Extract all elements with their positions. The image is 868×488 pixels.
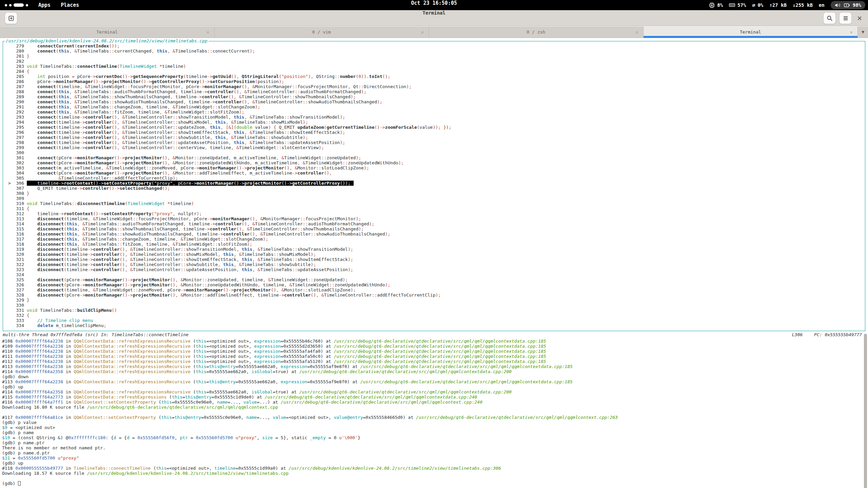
source-line: 310 void TimelineTabs::disconnectTimelin… (8, 201, 864, 206)
source-line: 309 (8, 196, 864, 201)
console-line: #116 0x00007ffff64a7ff1 in QQmlContext::… (2, 400, 867, 405)
line-number: 311 (8, 206, 27, 211)
cpu-icon (709, 2, 715, 8)
source-line: 314 disconnect(this, &TimelineTabs::audi… (8, 221, 864, 226)
memory-usage[interactable]: 57% (729, 2, 746, 8)
console-line: Downloading 18.57 K source file /usr/src… (2, 471, 867, 476)
source-pane: /usr/src/debug/kdenlive/kdenlive-24.08.2… (3, 41, 865, 331)
scrollbar-thumb[interactable] (864, 334, 867, 488)
line-number: 280 (8, 48, 27, 54)
source-line: 280 connect(this, &TimelineTabs::current… (8, 48, 864, 54)
line-number: 296 (8, 130, 27, 135)
console-line: (gdb) p name (2, 430, 867, 435)
line-number: 308 (8, 191, 27, 196)
console-line: There is no member or method named ptr. (2, 445, 867, 450)
net-download[interactable]: ↓255 kB (793, 2, 813, 8)
tab-label: Terminal (740, 29, 761, 35)
status-line-number: L306 (792, 332, 803, 337)
line-number: 319 (8, 247, 27, 252)
keyboard-layout-indicator[interactable]: en (819, 2, 825, 8)
line-number: 303 (8, 165, 27, 170)
terminal-screen[interactable]: /usr/src/debug/kdenlive/kdenlive-24.08.2… (0, 38, 868, 488)
source-line: 333 // Timeline clip menu (8, 318, 864, 323)
menu-button[interactable] (839, 12, 852, 24)
source-line: 307 Q_EMIT timeline->controller()->selec… (8, 186, 864, 191)
line-number: 327 (8, 287, 27, 292)
source-line: 286 pCore->monitorManager()->projectMoni… (8, 79, 864, 84)
source-line: 308 } (8, 191, 864, 196)
console-line: #118 0x0000555555b49777 in TimelineTabs:… (2, 466, 867, 471)
gdb-prompt[interactable]: (gdb) (2, 481, 867, 486)
line-number: 310 (8, 201, 27, 206)
line-number: 290 (8, 99, 27, 104)
swap-icon: ⇄ (752, 2, 755, 8)
clock[interactable]: Oct 23 16:50:05 (411, 0, 457, 6)
source-line: 320 disconnect(timeline->controller(), &… (8, 252, 864, 257)
tab-bar: Terminal×0 / vim×0 / zsh×Terminal×▼ (0, 26, 868, 38)
source-line: 303 connect(m_activeTimeline, &TimelineW… (8, 165, 864, 170)
source-line: 293 connect(timeline->controller(), &Tim… (8, 115, 864, 120)
system-status-area[interactable]: 98% (831, 1, 865, 9)
swap-usage[interactable]: ⇄ 0% (752, 2, 763, 8)
net-upload[interactable]: ↑27 kB (769, 2, 787, 8)
line-number: 299 (8, 145, 27, 150)
line-number: 322 (8, 262, 27, 267)
search-icon (827, 15, 833, 21)
source-line: 319 disconnect(timeline->controller(), &… (8, 247, 864, 252)
tab-2-0-vim[interactable]: 0 / vim× (215, 26, 429, 38)
tab-close-icon[interactable]: × (206, 26, 209, 38)
line-number: 285 (8, 74, 27, 79)
source-line: 326 disconnect(pCore->monitorManager()->… (8, 282, 864, 287)
line-number: 313 (8, 216, 27, 221)
line-number: 312 (8, 211, 27, 216)
tab-4-terminal[interactable]: Terminal× (644, 26, 858, 38)
memory-icon (729, 3, 735, 7)
apps-menu[interactable]: Apps (38, 2, 51, 8)
console-line: #111 0x00007ffff64a2238 in QQmlContextDa… (2, 354, 867, 359)
tab-list-dropdown[interactable]: ▼ (858, 26, 868, 38)
tab-close-icon[interactable]: × (635, 26, 638, 38)
source-file-path: /usr/src/debug/kdenlive/kdenlive-24.08.2… (5, 38, 209, 43)
search-button[interactable] (823, 12, 836, 24)
tab-3-0-zsh[interactable]: 0 / zsh× (429, 26, 644, 38)
console-line: $10 = (const QString &) @0x7fffffffc180:… (2, 435, 867, 440)
source-line: 287 connect(timeline, &TimelineWidget::f… (8, 84, 864, 89)
places-menu[interactable]: Places (61, 2, 79, 8)
tab-label: 0 / vim (312, 29, 331, 35)
source-line: 290 connect(this, &TimelineTabs::showAud… (8, 99, 864, 104)
line-number: 295 (8, 125, 27, 130)
console-line: #110 0x00007ffff64a2238 in QQmlContextDa… (2, 349, 867, 354)
console-line: $11 = 0x555560fd5700 u"proxy" (2, 455, 867, 461)
console-line: #117 0x00007ffff64a81ce in QQmlContext::… (2, 415, 867, 420)
tab-1-terminal[interactable]: Terminal× (0, 26, 215, 38)
line-number: 289 (8, 94, 27, 99)
source-line: 294 connect(timeline->controller(), &Tim… (8, 120, 864, 125)
cpu-usage[interactable]: 8% (709, 2, 723, 8)
source-line: > 306 timeline->rootContext()->setContex… (8, 181, 864, 186)
source-line: 279 connectCurrent(currentIndex()); (8, 43, 864, 48)
line-number: 300 (8, 150, 27, 155)
source-line: 282 (8, 59, 864, 64)
line-number: 293 (8, 115, 27, 120)
source-line: 311 { (8, 206, 864, 211)
line-number: 317 (8, 237, 27, 242)
line-number: 304 (8, 170, 27, 176)
tab-close-icon[interactable]: × (421, 26, 424, 38)
status-pc: PC: 0x555555b49777 (814, 332, 862, 337)
console-line: #109 0x00007ffff64a2238 in QQmlContextDa… (2, 344, 867, 349)
source-line: 315 disconnect(this, &TimelineTabs::show… (8, 226, 864, 231)
console-line (2, 476, 867, 481)
line-number: 297 (8, 135, 27, 140)
window-close-button[interactable]: × (855, 12, 864, 24)
line-number: 286 (8, 79, 27, 84)
line-number: 329 (8, 298, 27, 303)
line-number: 321 (8, 257, 27, 262)
line-number: 305 (8, 176, 27, 181)
console-line: $9 = <optimized out> (2, 425, 867, 430)
console-line: #112 0x00007ffff64a2238 in QQmlContextDa… (2, 359, 867, 364)
line-number: 323 (8, 267, 27, 272)
gdb-console: #108 0x00007ffff64a2238 in QQmlContextDa… (2, 339, 867, 486)
source-line: 325 disconnect(pCore->monitorManager()->… (8, 277, 864, 282)
console-line: #115 0x00007ffff64a2773 in QQmlContextDa… (2, 394, 867, 400)
console-line: (gdb) down (2, 374, 867, 379)
